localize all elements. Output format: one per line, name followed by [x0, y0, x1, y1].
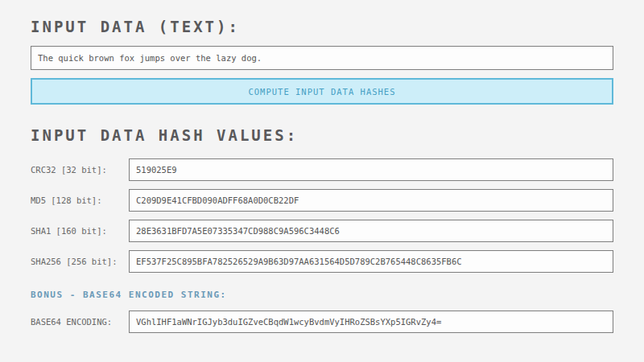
base64-row: BASE64 ENCODING: VGhlIHF1aWNrIGJyb3duIGZ… — [31, 311, 613, 333]
input-data-heading: INPUT DATA (TEXT): — [31, 18, 613, 35]
hash-values-heading: INPUT DATA HASH VALUES: — [31, 126, 613, 144]
hash-row-sha1: SHA1 [160 bit]: 28E3631BFD7A5E07335347CD… — [31, 220, 613, 242]
sha256-value-field[interactable]: EF537F25C895BFA782526529A9B63D97AA631564… — [129, 250, 613, 273]
md5-label: MD5 [128 bit]: — [31, 195, 129, 205]
hash-row-md5: MD5 [128 bit]: C209D9E41CFBD090ADFF68A0D… — [31, 189, 613, 212]
md5-value-field[interactable]: C209D9E41CFBD090ADFF68A0D0CB22DF — [129, 189, 613, 212]
hash-row-crc32: CRC32 [32 bit]: 519025E9 — [31, 158, 613, 181]
hash-tool-page: INPUT DATA (TEXT): COMPUTE INPUT DATA HA… — [0, 0, 644, 362]
base64-value-field[interactable]: VGhlIHF1aWNrIGJyb3duIGZveCBqdW1wcyBvdmVy… — [129, 311, 613, 333]
sha1-value-field[interactable]: 28E3631BFD7A5E07335347CD988C9A596C3448C6 — [129, 220, 613, 242]
crc32-value-field[interactable]: 519025E9 — [129, 158, 613, 181]
input-data-field-wrap — [31, 46, 613, 70]
hash-rows: CRC32 [32 bit]: 519025E9 MD5 [128 bit]: … — [31, 158, 613, 273]
crc32-label: CRC32 [32 bit]: — [31, 165, 129, 175]
sha1-label: SHA1 [160 bit]: — [31, 226, 129, 236]
hash-row-sha256: SHA256 [256 bit]: EF537F25C895BFA7825265… — [31, 250, 613, 273]
bonus-base64-heading: BONUS - BASE64 ENCODED STRING: — [31, 290, 613, 300]
compute-hashes-button[interactable]: COMPUTE INPUT DATA HASHES — [31, 78, 613, 105]
base64-label: BASE64 ENCODING: — [31, 317, 129, 327]
sha256-label: SHA256 [256 bit]: — [31, 257, 129, 266]
input-data-text-field[interactable] — [31, 46, 613, 70]
